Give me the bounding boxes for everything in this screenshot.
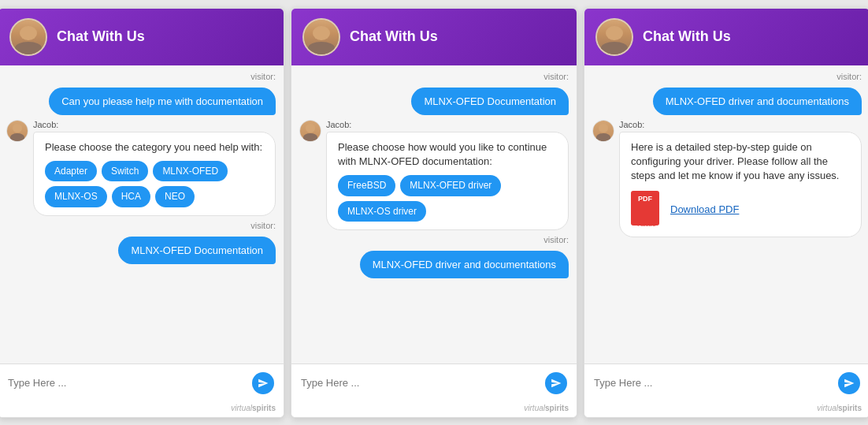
chat-messages: visitor:MLNX-OFED Documentation Jacob:Pl… (291, 65, 577, 363)
visitor-bubble: MLNX-OFED Documentation (118, 237, 276, 264)
visitor-label: visitor: (592, 72, 862, 81)
tag-button[interactable]: FreeBSD (338, 175, 395, 196)
agent-row: Jacob:Please choose the category you nee… (6, 120, 276, 217)
agent-bubble: Please choose how would you like to cont… (326, 132, 569, 231)
visitor-label: visitor: (6, 72, 276, 81)
chat-widget-3: Chat With Usvisitor:MLNX-OFED driver and… (584, 8, 868, 418)
tag-button[interactable]: HCA (112, 186, 150, 207)
visitor-bubble: MLNX-OFED Documentation (411, 88, 569, 115)
chat-input-area (584, 363, 868, 402)
agent-avatar (6, 120, 28, 142)
chat-messages: visitor:Can you please help me with docu… (0, 65, 284, 363)
footer-text: virtualspirits (231, 404, 276, 412)
agent-bubble: Please choose the category you need help… (33, 132, 276, 217)
chat-footer: virtualspirits (291, 402, 577, 417)
agent-name: Jacob: (619, 120, 862, 129)
chat-input-area (0, 363, 284, 402)
tag-button[interactable]: MLNX-OS driver (338, 201, 426, 222)
send-button[interactable] (838, 372, 860, 394)
chat-messages: visitor:MLNX-OFED driver and documentati… (584, 65, 868, 363)
chat-header: Chat With Us (291, 9, 577, 65)
chat-footer: virtualspirits (584, 402, 868, 417)
agent-bubble: Here is a detailed step-by-step guide on… (619, 132, 862, 238)
chat-footer: virtualspirits (0, 402, 284, 417)
tag-row: AdapterSwitchMLNX-OFEDMLNX-OSHCANEO (45, 161, 264, 208)
chat-widget-1: Chat With Usvisitor:Can you please help … (0, 8, 284, 418)
chat-widget-2: Chat With Usvisitor:MLNX-OFED Documentat… (291, 8, 577, 418)
chat-input[interactable] (301, 377, 539, 389)
chat-input-area (291, 363, 577, 402)
visitor-label: visitor: (299, 72, 569, 81)
chat-header: Chat With Us (584, 9, 868, 65)
send-button[interactable] (545, 372, 567, 394)
avatar (595, 18, 633, 56)
agent-name: Jacob: (326, 120, 569, 129)
tag-button[interactable]: MLNX-OFED driver (400, 175, 501, 196)
chat-input[interactable] (594, 377, 832, 389)
agent-message-block: Jacob:Please choose how would you like t… (326, 120, 569, 231)
adobe-label: Adobe (631, 220, 662, 229)
footer-text: virtualspirits (524, 404, 569, 412)
agent-text: Please choose how would you like to cont… (338, 140, 557, 169)
agent-text: Please choose the category you need help… (45, 140, 264, 155)
agent-message-block: Jacob:Please choose the category you nee… (33, 120, 276, 217)
pdf-block: Adobe Download PDF (631, 191, 850, 229)
visitor-bubble: Can you please help me with documentatio… (49, 88, 276, 115)
agent-row: Jacob:Please choose how would you like t… (299, 120, 569, 231)
avatar (302, 18, 340, 56)
agent-avatar (299, 120, 321, 142)
tag-row: FreeBSDMLNX-OFED driverMLNX-OS driver (338, 175, 557, 222)
visitor-bubble: MLNX-OFED driver and documentations (360, 251, 569, 278)
agent-message-block: Jacob:Here is a detailed step-by-step gu… (619, 120, 862, 238)
agent-avatar (592, 120, 614, 142)
send-button[interactable] (252, 372, 274, 394)
tag-button[interactable]: MLNX-OFED (153, 161, 228, 182)
agent-name: Jacob: (33, 120, 276, 129)
download-pdf-link[interactable]: Download PDF (670, 203, 739, 217)
visitor-label: visitor: (6, 221, 276, 230)
visitor-bubble: MLNX-OFED driver and documentations (653, 88, 862, 115)
chat-title: Chat With Us (350, 28, 438, 45)
footer-text: virtualspirits (817, 404, 862, 412)
agent-text: Here is a detailed step-by-step guide on… (631, 140, 850, 184)
tag-button[interactable]: Adapter (45, 161, 97, 182)
chat-title: Chat With Us (643, 28, 731, 45)
pdf-icon: Adobe (631, 191, 662, 229)
chat-input[interactable] (8, 377, 246, 389)
avatar (9, 18, 47, 56)
chat-title: Chat With Us (57, 28, 145, 45)
tag-button[interactable]: MLNX-OS (45, 186, 107, 207)
tag-button[interactable]: Switch (102, 161, 148, 182)
chat-header: Chat With Us (0, 9, 284, 65)
agent-row: Jacob:Here is a detailed step-by-step gu… (592, 120, 862, 238)
tag-button[interactable]: NEO (155, 186, 195, 207)
visitor-label: visitor: (299, 235, 569, 244)
